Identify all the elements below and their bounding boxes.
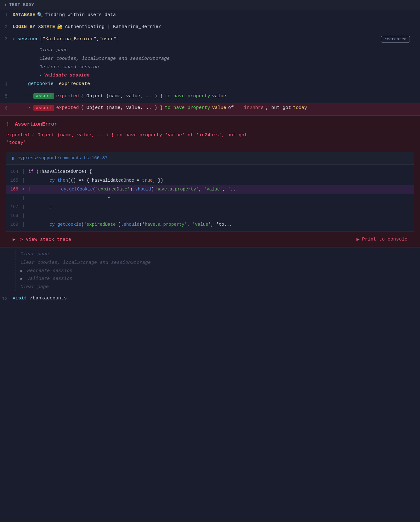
code-pipe-164: | [22,169,28,174]
line-number-5: 5 [0,93,13,99]
assertion-error-label: AssertionError [15,122,57,127]
code-line-169: 169 | cy.getCookie('expiredDate').should… [6,220,414,229]
line-6-expected: expected [56,105,79,111]
lock-icon: 🔐 [57,24,63,30]
test-body-label: TEST BODY [9,3,34,7]
line-4-indent: getCookie expiredDate [23,81,90,87]
get-cookie-arg: expiredDate [59,81,90,87]
test-line-3: 3 ▾ session ["Katharina_Bernier","user"]… [0,34,420,46]
print-console-button[interactable]: ▶ Print to console [356,236,407,242]
validate-label: Validate session [44,73,89,78]
code-content-165: cy.then(() => { hasValidatedOnce = true;… [28,178,414,183]
code-num-167: 167 [6,204,22,209]
get-cookie-keyword: getCookie [28,81,54,87]
clear-cookies-line-1: Clear cookies, localStorage and sessionS… [34,54,420,63]
line-number-13: 13 [0,296,13,302]
test-line-5: 5 - assert expected { Object (name, valu… [0,91,420,103]
code-line-167: 167 | } [6,202,414,211]
validate-chevron-bottom[interactable]: ▶ [20,276,23,281]
visit-arg: /bankaccounts [30,296,67,301]
code-line-166: 166 > | cy.getCookie('expiredDate').shou… [6,185,414,194]
bottom-section: Clear page Clear cookies, localStorage a… [0,247,420,306]
line-4-content: getCookie expiredDate [13,81,420,87]
code-content-166: cy.getCookie('expiredDate').should('have… [35,187,414,192]
code-marker-166: > [22,187,28,192]
code-content-167: } [28,204,414,209]
print-icon: ▶ [356,236,360,242]
code-block: ▮ cypress/support/commands.ts:166:37 164… [6,152,414,231]
validate-session-row: ▾ Validate session [34,71,420,79]
line-number-6: 6 [0,105,13,111]
restore-session-line: Restore saved session [34,63,420,71]
file-icon: ▮ [11,155,14,161]
recreate-session-row: ▶ Recreate session [15,267,420,275]
bottom-clear-page-2: Clear page [15,283,420,291]
line-number-4: 4 [0,81,13,87]
line-6-today: today [293,105,307,111]
code-line-168: 168 | [6,211,414,220]
line-6-indent: - assert expected { Object (name, value,… [23,105,307,111]
line-5-expected: expected [56,94,79,99]
recreated-badge: recreated [381,36,410,43]
code-lines-area: 164 | if (!hasValidatedOnce) { 165 | cy.… [6,165,414,231]
validate-session-bottom-label: Validate session [27,276,72,281]
test-line-1: 1 DATABASE 🔍 finding within users data [0,10,420,22]
assert-badge-red: assert [33,105,54,111]
db-icon: 🔍 [37,12,43,18]
line-6-minus: - [28,105,31,111]
line-5-obj: { Object (name, value, ...) } [81,94,163,99]
line-2-content: LOGIN BY XSTATE 🔐 Authenticating | Katha… [13,24,420,30]
session-keyword: session [17,37,37,42]
bottom-indent-block: Clear page Clear cookies, localStorage a… [15,250,420,291]
code-num-164: 164 [6,169,22,174]
line-6-value-kw: value [212,105,226,111]
exclaim-icon: ! [6,122,9,127]
line-5-value: value [212,94,226,99]
code-pipe-167: | [22,204,28,209]
view-stack-trace-button[interactable]: ▶ > View stack trace [13,236,71,242]
session-args: ["Katharina_Bernier","user"] [40,37,119,42]
error-message: expected { Object (name, value, ...) } t… [6,132,414,147]
file-link[interactable]: cypress/support/commands.ts:166:37 [18,156,108,161]
line-5-indent: - assert expected { Object (name, value,… [23,93,226,99]
code-content-caret: ^ [28,196,414,201]
print-label: Print to console [362,237,407,242]
line-1-text: finding within users data [45,12,116,18]
view-stack-label: > View stack trace [20,237,71,242]
line-5-to-have: to have property [165,94,210,99]
code-pipe-165: | [22,178,28,183]
line-3-chevron[interactable]: ▾ [13,37,15,42]
test-line-6: 6 - assert expected { Object (name, valu… [0,103,420,115]
test-body-header: ▾ TEST BODY [0,0,420,10]
line-6-to-have: to have property [165,105,210,111]
bottom-clear-cookies: Clear cookies, localStorage and sessionS… [15,258,420,267]
recreate-chevron[interactable]: ▶ [20,269,23,273]
line-13-content: visit /bankaccounts [13,296,420,301]
code-line-164: 164 | if (!hasValidatedOnce) { [6,167,414,176]
code-pipe-168: | [22,213,28,218]
chevron-down-icon: ▾ [4,3,7,7]
stack-trace-area: ▶ > View stack trace ▶ Print to console [6,231,414,247]
code-pipe-169: | [22,222,28,227]
line-5-content: - assert expected { Object (name, value,… [13,93,420,99]
login-keyword: LOGIN BY XSTATE [13,24,55,30]
code-content-164: if (!hasValidatedOnce) { [28,169,414,174]
line-1-content: DATABASE 🔍 finding within users data [13,12,420,18]
line-6-but-got: , but got [266,105,291,111]
line-2-text: Authenticating | Katharina_Bernier [65,24,161,30]
code-num-166: 166 [6,187,22,192]
assert-badge-green: assert [33,93,54,99]
clear-page-line-1: Clear page [34,46,420,54]
line-5-minus: - [28,94,31,99]
validate-chevron[interactable]: ▾ [39,73,42,78]
error-msg-line1: expected { Object (name, value, ...) } t… [6,133,247,138]
recreate-session-label: Recreate session [27,268,72,274]
error-panel: ! AssertionError expected { Object (name… [0,115,420,247]
code-block-header: ▮ cypress/support/commands.ts:166:37 [6,152,414,165]
code-content-169: cy.getCookie('expiredDate').should('have… [28,222,414,227]
line-number-3: 3 [0,36,13,42]
code-num-168: 168 [6,213,22,218]
error-title: ! AssertionError [6,122,414,127]
error-msg-line2: 'today' [6,140,26,145]
bottom-clear-page-1: Clear page [15,250,420,258]
